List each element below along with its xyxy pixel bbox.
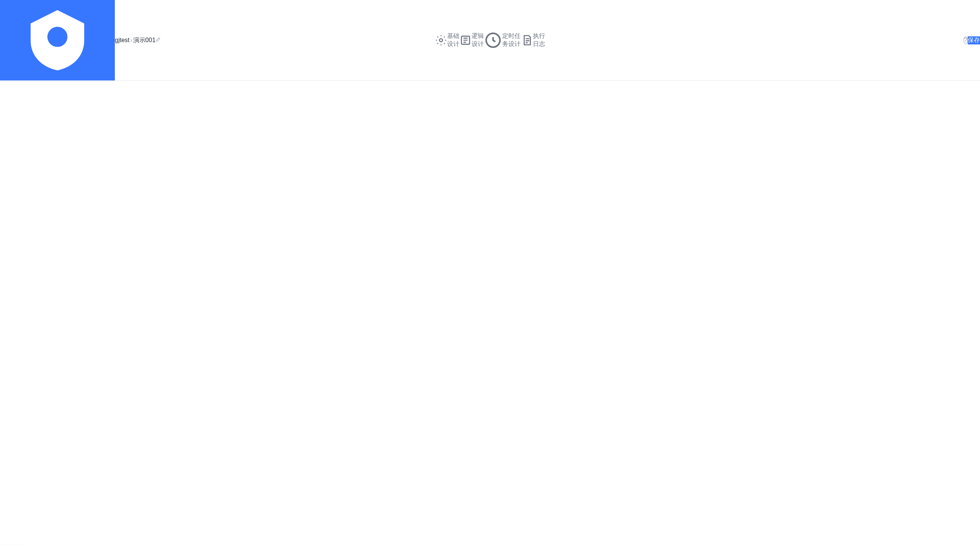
breadcrumb-page[interactable]: 演示001	[133, 36, 156, 44]
save-button[interactable]: 保存	[968, 36, 980, 44]
breadcrumb-separator-icon: ›	[129, 37, 133, 44]
breadcrumb-project[interactable]: gjtest	[115, 37, 129, 44]
svg-point-0	[47, 27, 68, 47]
top-tabs: 基础设计 逻辑设计 定时任务设计 执行日志	[435, 31, 545, 49]
topbar: gjtest › 演示001 基础设计 逻辑设计 定时任务设计 执行日志 ? 保…	[0, 0, 980, 81]
brand-icon	[0, 0, 115, 80]
tab-basic-design[interactable]: 基础设计	[435, 31, 459, 49]
svg-point-1	[439, 39, 443, 42]
tab-exec-log[interactable]: 执行日志	[521, 31, 545, 49]
edit-icon[interactable]	[155, 37, 161, 44]
tab-logic-design[interactable]: 逻辑设计	[459, 31, 484, 49]
tab-timer-design[interactable]: 定时任务设计	[484, 31, 521, 49]
help-icon[interactable]: ?	[964, 36, 968, 44]
